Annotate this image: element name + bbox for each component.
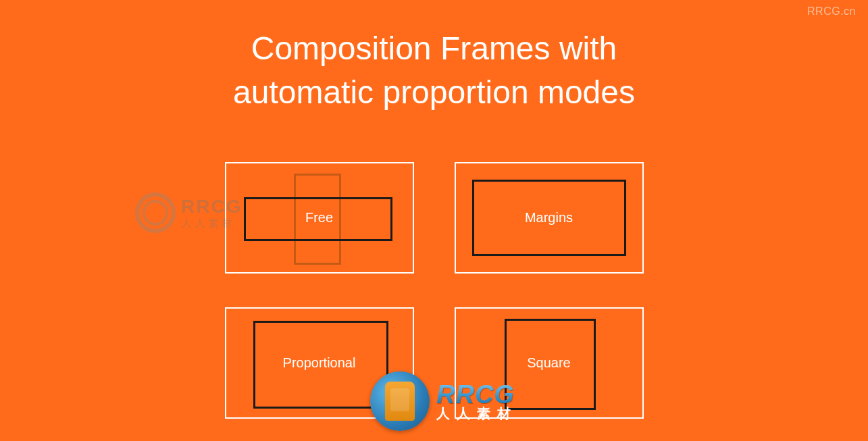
watermark-bottom-sub: 人人素材 [436,407,517,421]
watermark-bottom: RRCG 人人素材 [370,371,517,431]
mode-margins: Margins [455,162,644,274]
watermark-left: RRCG 人人素材 [135,192,242,233]
watermark-top-right: RRCG.cn [807,5,856,18]
watermark-ring-icon [135,192,176,233]
watermark-left-sub: 人人素材 [181,217,242,230]
title-line-2: automatic proportion modes [233,74,635,110]
page-title: Composition Frames with automatic propor… [0,27,868,115]
watermark-left-text: RRCG 人人素材 [181,197,242,229]
title-line-1: Composition Frames with [251,30,617,66]
watermark-badge-icon [370,371,430,431]
mode-square-label: Square [527,355,571,371]
watermark-bottom-text: RRCG 人人素材 [436,382,517,421]
mode-free-label: Free [305,210,333,226]
watermark-badge-inner [385,382,415,421]
watermark-left-brand: RRCG [181,197,242,217]
mode-margins-label: Margins [525,210,573,226]
mode-free: Free [225,162,414,274]
mode-proportional-label: Proportional [283,355,356,371]
watermark-bottom-brand: RRCG [436,382,517,409]
